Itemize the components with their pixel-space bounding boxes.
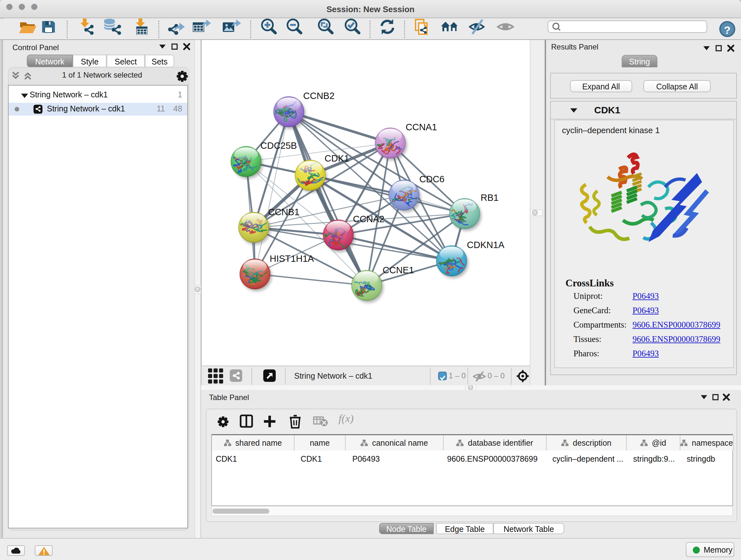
svg-text:CDC25B: CDC25B bbox=[260, 140, 297, 151]
svg-text:CCNE1: CCNE1 bbox=[383, 265, 414, 275]
svg-text:RB1: RB1 bbox=[481, 192, 498, 203]
svg-text:CDC6: CDC6 bbox=[419, 174, 445, 184]
svg-text:CCNB1: CCNB1 bbox=[268, 207, 299, 217]
svg-text:CCNA2: CCNA2 bbox=[353, 214, 384, 224]
svg-text:CCNA1: CCNA1 bbox=[406, 122, 437, 132]
svg-text:CCNB2: CCNB2 bbox=[303, 91, 334, 101]
svg-text:HIST1H1A: HIST1H1A bbox=[270, 253, 314, 264]
svg-text:CDK1: CDK1 bbox=[325, 153, 349, 164]
svg-text:CDKN1A: CDKN1A bbox=[467, 240, 504, 250]
